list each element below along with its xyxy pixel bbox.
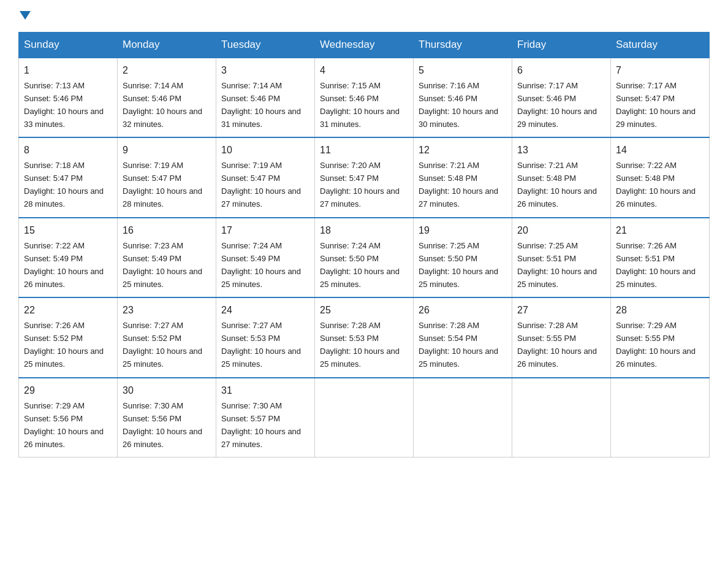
day-info: Sunrise: 7:29 AMSunset: 5:56 PMDaylight:… xyxy=(24,401,104,449)
day-number: 2 xyxy=(123,63,211,79)
weekday-header-sunday: Sunday xyxy=(19,33,118,58)
weekday-header-saturday: Saturday xyxy=(611,33,710,58)
day-number: 5 xyxy=(419,63,507,79)
day-number: 3 xyxy=(221,63,309,79)
calendar-header: SundayMondayTuesdayWednesdayThursdayFrid… xyxy=(19,33,710,58)
calendar-cell: 4 Sunrise: 7:15 AMSunset: 5:46 PMDayligh… xyxy=(315,58,414,137)
calendar-cell xyxy=(414,378,512,458)
calendar-cell: 10 Sunrise: 7:19 AMSunset: 5:47 PMDaylig… xyxy=(216,137,315,217)
day-info: Sunrise: 7:22 AMSunset: 5:49 PMDaylight:… xyxy=(24,241,104,289)
day-number: 29 xyxy=(24,383,112,399)
day-number: 1 xyxy=(24,63,112,79)
day-info: Sunrise: 7:13 AMSunset: 5:46 PMDaylight:… xyxy=(24,81,104,129)
day-number: 21 xyxy=(616,223,704,239)
calendar-cell: 24 Sunrise: 7:27 AMSunset: 5:53 PMDaylig… xyxy=(216,297,315,377)
calendar-cell: 7 Sunrise: 7:17 AMSunset: 5:47 PMDayligh… xyxy=(611,58,710,137)
day-info: Sunrise: 7:14 AMSunset: 5:46 PMDaylight:… xyxy=(123,81,202,129)
page-header xyxy=(18,12,710,21)
calendar-cell: 11 Sunrise: 7:20 AMSunset: 5:47 PMDaylig… xyxy=(315,137,414,217)
day-number: 22 xyxy=(24,303,112,318)
calendar-cell: 6 Sunrise: 7:17 AMSunset: 5:46 PMDayligh… xyxy=(512,58,611,137)
calendar-week-4: 22 Sunrise: 7:26 AMSunset: 5:52 PMDaylig… xyxy=(19,297,710,377)
logo xyxy=(18,12,31,21)
calendar-cell: 9 Sunrise: 7:19 AMSunset: 5:47 PMDayligh… xyxy=(118,137,216,217)
calendar-cell: 8 Sunrise: 7:18 AMSunset: 5:47 PMDayligh… xyxy=(19,137,118,217)
day-info: Sunrise: 7:25 AMSunset: 5:51 PMDaylight:… xyxy=(517,241,597,289)
day-info: Sunrise: 7:25 AMSunset: 5:50 PMDaylight:… xyxy=(419,241,498,289)
day-info: Sunrise: 7:29 AMSunset: 5:55 PMDaylight:… xyxy=(616,321,696,369)
day-info: Sunrise: 7:28 AMSunset: 5:55 PMDaylight:… xyxy=(517,321,597,369)
day-number: 23 xyxy=(123,303,211,318)
day-info: Sunrise: 7:26 AMSunset: 5:52 PMDaylight:… xyxy=(24,321,104,369)
weekday-header-row: SundayMondayTuesdayWednesdayThursdayFrid… xyxy=(19,33,710,58)
day-number: 11 xyxy=(320,143,408,158)
day-info: Sunrise: 7:19 AMSunset: 5:47 PMDaylight:… xyxy=(221,161,301,209)
day-number: 14 xyxy=(616,143,704,158)
calendar-cell xyxy=(315,378,414,458)
calendar-cell: 17 Sunrise: 7:24 AMSunset: 5:49 PMDaylig… xyxy=(216,218,315,297)
day-info: Sunrise: 7:24 AMSunset: 5:50 PMDaylight:… xyxy=(320,241,400,289)
day-info: Sunrise: 7:23 AMSunset: 5:49 PMDaylight:… xyxy=(123,241,202,289)
calendar-cell xyxy=(611,378,710,458)
calendar-cell: 5 Sunrise: 7:16 AMSunset: 5:46 PMDayligh… xyxy=(414,58,512,137)
calendar-cell: 12 Sunrise: 7:21 AMSunset: 5:48 PMDaylig… xyxy=(414,137,512,217)
day-number: 26 xyxy=(419,303,507,318)
calendar-cell: 3 Sunrise: 7:14 AMSunset: 5:46 PMDayligh… xyxy=(216,58,315,137)
day-number: 8 xyxy=(24,143,112,158)
day-number: 16 xyxy=(123,223,211,239)
calendar-cell: 15 Sunrise: 7:22 AMSunset: 5:49 PMDaylig… xyxy=(19,218,118,297)
day-info: Sunrise: 7:27 AMSunset: 5:53 PMDaylight:… xyxy=(221,321,301,369)
day-number: 30 xyxy=(123,383,211,399)
calendar-cell: 1 Sunrise: 7:13 AMSunset: 5:46 PMDayligh… xyxy=(19,58,118,137)
day-info: Sunrise: 7:16 AMSunset: 5:46 PMDaylight:… xyxy=(419,81,498,129)
day-number: 12 xyxy=(419,143,507,158)
day-info: Sunrise: 7:20 AMSunset: 5:47 PMDaylight:… xyxy=(320,161,400,209)
calendar-cell: 18 Sunrise: 7:24 AMSunset: 5:50 PMDaylig… xyxy=(315,218,414,297)
day-number: 20 xyxy=(517,223,605,239)
calendar-cell: 26 Sunrise: 7:28 AMSunset: 5:54 PMDaylig… xyxy=(414,297,512,377)
calendar-cell: 14 Sunrise: 7:22 AMSunset: 5:48 PMDaylig… xyxy=(611,137,710,217)
day-info: Sunrise: 7:19 AMSunset: 5:47 PMDaylight:… xyxy=(123,161,202,209)
day-info: Sunrise: 7:15 AMSunset: 5:46 PMDaylight:… xyxy=(320,81,400,129)
day-info: Sunrise: 7:28 AMSunset: 5:53 PMDaylight:… xyxy=(320,321,400,369)
day-number: 15 xyxy=(24,223,112,239)
weekday-header-wednesday: Wednesday xyxy=(315,33,414,58)
calendar-cell: 20 Sunrise: 7:25 AMSunset: 5:51 PMDaylig… xyxy=(512,218,611,297)
day-number: 24 xyxy=(221,303,309,318)
day-info: Sunrise: 7:27 AMSunset: 5:52 PMDaylight:… xyxy=(123,321,202,369)
day-number: 27 xyxy=(517,303,605,318)
day-number: 13 xyxy=(517,143,605,158)
day-info: Sunrise: 7:17 AMSunset: 5:46 PMDaylight:… xyxy=(517,81,597,129)
calendar-cell: 16 Sunrise: 7:23 AMSunset: 5:49 PMDaylig… xyxy=(118,218,216,297)
day-number: 10 xyxy=(221,143,309,158)
day-info: Sunrise: 7:17 AMSunset: 5:47 PMDaylight:… xyxy=(616,81,696,129)
day-number: 9 xyxy=(123,143,211,158)
calendar-table: SundayMondayTuesdayWednesdayThursdayFrid… xyxy=(18,32,710,458)
day-info: Sunrise: 7:30 AMSunset: 5:57 PMDaylight:… xyxy=(221,401,301,449)
calendar-cell: 19 Sunrise: 7:25 AMSunset: 5:50 PMDaylig… xyxy=(414,218,512,297)
weekday-header-monday: Monday xyxy=(118,33,216,58)
calendar-week-5: 29 Sunrise: 7:29 AMSunset: 5:56 PMDaylig… xyxy=(19,378,710,458)
calendar-cell: 21 Sunrise: 7:26 AMSunset: 5:51 PMDaylig… xyxy=(611,218,710,297)
day-number: 18 xyxy=(320,223,408,239)
day-number: 25 xyxy=(320,303,408,318)
day-info: Sunrise: 7:24 AMSunset: 5:49 PMDaylight:… xyxy=(221,241,301,289)
day-info: Sunrise: 7:18 AMSunset: 5:47 PMDaylight:… xyxy=(24,161,104,209)
day-number: 28 xyxy=(616,303,704,318)
day-info: Sunrise: 7:26 AMSunset: 5:51 PMDaylight:… xyxy=(616,241,696,289)
calendar-cell: 23 Sunrise: 7:27 AMSunset: 5:52 PMDaylig… xyxy=(118,297,216,377)
day-number: 4 xyxy=(320,63,408,79)
day-info: Sunrise: 7:21 AMSunset: 5:48 PMDaylight:… xyxy=(517,161,597,209)
calendar-cell: 2 Sunrise: 7:14 AMSunset: 5:46 PMDayligh… xyxy=(118,58,216,137)
calendar-cell: 30 Sunrise: 7:30 AMSunset: 5:56 PMDaylig… xyxy=(118,378,216,458)
weekday-header-tuesday: Tuesday xyxy=(216,33,315,58)
day-number: 7 xyxy=(616,63,704,79)
calendar-cell: 22 Sunrise: 7:26 AMSunset: 5:52 PMDaylig… xyxy=(19,297,118,377)
calendar-cell: 28 Sunrise: 7:29 AMSunset: 5:55 PMDaylig… xyxy=(611,297,710,377)
calendar-cell: 29 Sunrise: 7:29 AMSunset: 5:56 PMDaylig… xyxy=(19,378,118,458)
day-number: 6 xyxy=(517,63,605,79)
calendar-cell: 31 Sunrise: 7:30 AMSunset: 5:57 PMDaylig… xyxy=(216,378,315,458)
day-info: Sunrise: 7:22 AMSunset: 5:48 PMDaylight:… xyxy=(616,161,696,209)
calendar-week-3: 15 Sunrise: 7:22 AMSunset: 5:49 PMDaylig… xyxy=(19,218,710,297)
day-info: Sunrise: 7:14 AMSunset: 5:46 PMDaylight:… xyxy=(221,81,301,129)
